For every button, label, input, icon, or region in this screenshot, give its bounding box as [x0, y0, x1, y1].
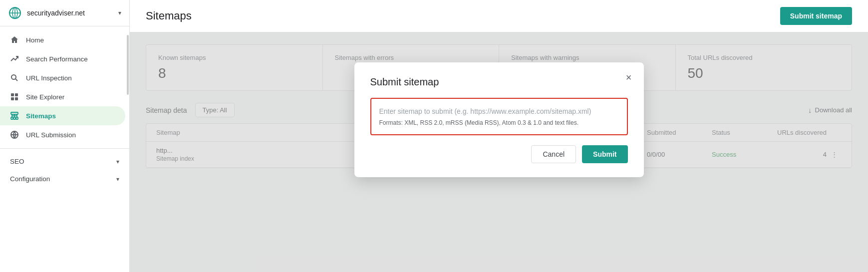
svg-point-4: [11, 75, 16, 79]
main-content: Sitemaps Submit sitemap Known sitemaps 8…: [130, 0, 868, 272]
sidebar-divider: [0, 148, 129, 149]
sidebar: securityadviser.net ▾ Home Search Perfor…: [0, 0, 130, 272]
url-inspection-icon: [10, 73, 19, 82]
modal-title: Submit sitemap: [370, 76, 628, 88]
sidebar-scrollbar[interactable]: [126, 30, 129, 272]
seo-label: SEO: [10, 158, 24, 165]
sidebar-item-label: Site Explorer: [26, 93, 64, 101]
svg-rect-6: [11, 93, 14, 96]
sidebar-item-home[interactable]: Home: [0, 30, 125, 49]
svg-rect-10: [11, 112, 18, 114]
modal-overlay: Submit sitemap × Formats: XML, RSS 2.0, …: [130, 32, 868, 272]
sidebar-item-label: Search Performance: [26, 55, 88, 63]
modal-actions: Cancel Submit: [370, 145, 628, 163]
svg-rect-9: [15, 97, 18, 100]
sidebar-domain-header[interactable]: securityadviser.net ▾: [0, 0, 129, 26]
sidebar-item-search-performance[interactable]: Search Performance: [0, 49, 125, 68]
modal-input-wrapper: Formats: XML, RSS 2.0, mRSS (Media RSS),…: [370, 98, 628, 135]
main-header: Sitemaps Submit sitemap: [130, 0, 868, 32]
sidebar-item-url-submission[interactable]: URL Submission: [0, 125, 125, 144]
page-title: Sitemaps: [146, 9, 192, 22]
svg-rect-11: [11, 117, 13, 119]
configuration-chevron: ▾: [116, 176, 119, 183]
submit-sitemap-modal: Submit sitemap × Formats: XML, RSS 2.0, …: [354, 62, 644, 177]
configuration-label: Configuration: [10, 175, 50, 183]
svg-rect-8: [11, 97, 14, 100]
trending-up-icon: [10, 54, 19, 63]
sidebar-scrollbar-thumb: [127, 35, 129, 95]
svg-rect-12: [13, 117, 15, 119]
main-body: Known sitemaps 8 Sitemaps with errors Si…: [130, 32, 868, 272]
sidebar-item-label: Sitemaps: [26, 112, 56, 120]
domain-name: securityadviser.net: [27, 9, 113, 17]
sidebar-group-configuration[interactable]: Configuration ▾: [0, 170, 129, 188]
modal-hint: Formats: XML, RSS 2.0, mRSS (Media RSS),…: [379, 119, 619, 126]
site-explorer-icon: [10, 92, 19, 101]
url-submission-icon: [10, 130, 19, 139]
seo-chevron: ▾: [116, 158, 119, 165]
sidebar-item-label: URL Submission: [26, 131, 76, 139]
sidebar-group-seo[interactable]: SEO ▾: [0, 153, 129, 170]
svg-line-5: [15, 79, 17, 81]
chevron-down-icon: ▾: [118, 9, 121, 16]
globe-icon: [8, 6, 22, 20]
modal-cancel-button[interactable]: Cancel: [531, 145, 576, 163]
sitemap-url-input[interactable]: [379, 107, 619, 115]
sidebar-item-sitemaps[interactable]: Sitemaps: [0, 106, 125, 125]
modal-close-button[interactable]: ×: [626, 72, 632, 82]
sidebar-item-url-inspection[interactable]: URL Inspection: [0, 68, 125, 87]
home-icon: [10, 35, 19, 44]
svg-rect-13: [16, 117, 18, 119]
submit-sitemap-header-button[interactable]: Submit sitemap: [780, 7, 852, 25]
svg-rect-7: [15, 93, 18, 96]
sidebar-item-label: Home: [26, 36, 44, 44]
sidebar-item-site-explorer[interactable]: Site Explorer: [0, 87, 125, 106]
sitemaps-icon: [10, 111, 19, 120]
sidebar-nav: Home Search Performance URL Inspection S…: [0, 26, 129, 272]
modal-submit-button[interactable]: Submit: [582, 145, 627, 163]
sidebar-item-label: URL Inspection: [26, 74, 72, 82]
